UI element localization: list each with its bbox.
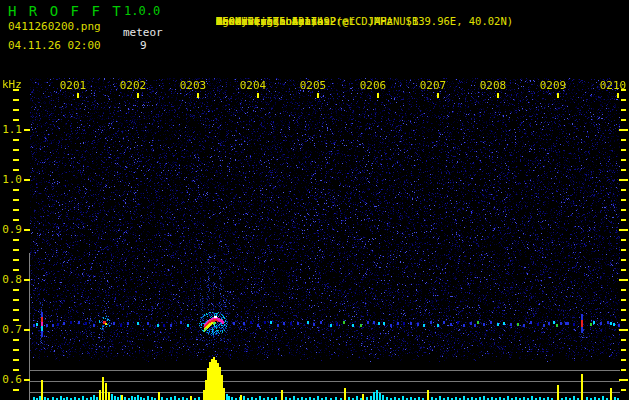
- freq-minor-tick-left: [13, 359, 19, 361]
- time-tick: [137, 93, 139, 98]
- freq-minor-tick-left: [13, 139, 19, 141]
- freq-major-tick-left: [24, 229, 30, 231]
- time-label-0203: 0203: [175, 79, 211, 92]
- freq-minor-tick-right: [621, 169, 626, 171]
- freq-minor-tick-left: [13, 299, 19, 301]
- freq-minor-tick-left: [13, 289, 19, 291]
- time-label-0204: 0204: [235, 79, 271, 92]
- freq-minor-tick-right: [621, 119, 626, 121]
- freq-minor-tick-right: [621, 309, 626, 311]
- freq-major-tick-left: [24, 179, 30, 181]
- freq-minor-tick-left: [13, 369, 19, 371]
- freq-minor-tick-right: [621, 299, 626, 301]
- observation-datetime: 04.11.26 02:00: [8, 39, 101, 52]
- freq-minor-tick-right: [621, 189, 626, 191]
- left-axis-line: [29, 253, 30, 400]
- freq-minor-tick-right: [621, 109, 626, 111]
- freq-minor-tick-right: [621, 389, 626, 391]
- freq-major-tick-left: [24, 279, 30, 281]
- freq-minor-tick-right: [621, 349, 626, 351]
- freq-minor-tick-right: [621, 209, 626, 211]
- time-tick: [77, 93, 79, 98]
- time-tick: [257, 93, 259, 98]
- freq-minor-tick-left: [13, 119, 19, 121]
- freq-minor-tick-right: [621, 239, 626, 241]
- freq-minor-tick-right: [621, 339, 626, 341]
- freq-minor-tick-right: [621, 89, 626, 91]
- time-label-0205: 0205: [295, 79, 331, 92]
- freq-major-tick-right: [619, 329, 628, 331]
- time-tick: [437, 93, 439, 98]
- freq-major-tick-right: [619, 379, 628, 381]
- freq-minor-tick-left: [13, 309, 19, 311]
- mode-label: meteor: [123, 26, 163, 39]
- freq-minor-tick-left: [13, 209, 19, 211]
- time-tick: [197, 93, 199, 98]
- time-label-0202: 0202: [115, 79, 151, 92]
- spectrogram-canvas: [30, 78, 620, 400]
- freq-minor-tick-right: [621, 159, 626, 161]
- freq-minor-tick-right: [621, 149, 626, 151]
- freq-minor-tick-right: [621, 219, 626, 221]
- freq-minor-tick-left: [13, 169, 19, 171]
- app-version: 1.0.0: [124, 4, 160, 18]
- freq-minor-tick-left: [13, 389, 19, 391]
- freq-label-1.1: 1.1: [0, 123, 22, 136]
- time-label-0201: 0201: [55, 79, 91, 92]
- time-tick: [617, 93, 619, 98]
- freq-minor-tick-right: [621, 259, 626, 261]
- freq-minor-tick-left: [13, 239, 19, 241]
- freq-major-tick-left: [24, 329, 30, 331]
- time-label-0208: 0208: [475, 79, 511, 92]
- time-tick: [557, 93, 559, 98]
- freq-minor-tick-right: [621, 369, 626, 371]
- hrofft-screen: H R O F F T 1.0.0 0411260200.png 04.11.2…: [0, 0, 629, 400]
- freq-major-tick-left: [24, 379, 30, 381]
- freq-major-tick-left: [24, 129, 30, 131]
- freq-minor-tick-right: [621, 139, 626, 141]
- freq-minor-tick-left: [13, 149, 19, 151]
- freq-minor-tick-right: [621, 359, 626, 361]
- freq-minor-tick-left: [13, 159, 19, 161]
- freq-minor-tick-left: [13, 219, 19, 221]
- freq-major-tick-right: [619, 129, 628, 131]
- freq-minor-tick-left: [13, 339, 19, 341]
- time-label-0209: 0209: [535, 79, 571, 92]
- freq-major-tick-right: [619, 179, 628, 181]
- freq-minor-tick-right: [621, 269, 626, 271]
- time-tick: [497, 93, 499, 98]
- app-title: H R O F F T: [8, 3, 123, 19]
- time-tick: [377, 93, 379, 98]
- freq-minor-tick-left: [13, 319, 19, 321]
- freq-minor-tick-right: [621, 319, 626, 321]
- freq-major-tick-right: [619, 279, 628, 281]
- freq-minor-tick-left: [13, 249, 19, 251]
- info-row-receiving-antenna: Receiving antenna: A504HB(yagi 4el): [178, 2, 216, 42]
- freq-label-0.9: 0.9: [0, 223, 22, 236]
- freq-minor-tick-left: [13, 259, 19, 261]
- time-label-0207: 0207: [415, 79, 451, 92]
- freq-minor-tick-left: [13, 89, 19, 91]
- freq-minor-tick-left: [13, 189, 19, 191]
- time-label-0206: 0206: [355, 79, 391, 92]
- freq-minor-tick-right: [621, 289, 626, 291]
- freq-minor-tick-left: [13, 109, 19, 111]
- freq-label-0.7: 0.7: [0, 323, 22, 336]
- freq-label-1.0: 1.0: [0, 173, 22, 186]
- freq-minor-tick-right: [621, 199, 626, 201]
- freq-minor-tick-left: [13, 99, 19, 101]
- output-filename: 0411260200.png: [8, 20, 101, 33]
- freq-label-0.8: 0.8: [0, 273, 22, 286]
- info-value: A504HB(yagi 4el): [216, 15, 317, 28]
- freq-label-0.6: 0.6: [0, 373, 22, 386]
- freq-minor-tick-left: [13, 349, 19, 351]
- freq-minor-tick-left: [13, 199, 19, 201]
- time-tick: [317, 93, 319, 98]
- meteor-count: 9: [140, 39, 147, 52]
- freq-major-tick-right: [619, 229, 628, 231]
- freq-minor-tick-left: [13, 269, 19, 271]
- freq-minor-tick-right: [621, 249, 626, 251]
- freq-minor-tick-right: [621, 99, 626, 101]
